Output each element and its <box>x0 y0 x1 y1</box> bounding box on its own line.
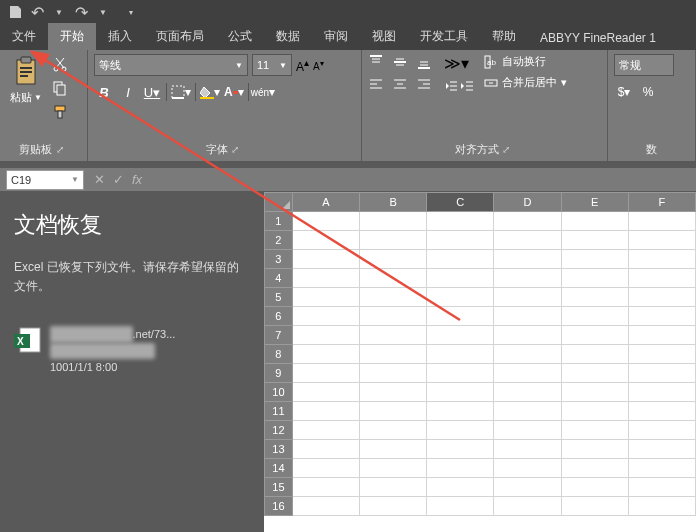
cell[interactable] <box>360 497 427 516</box>
row-header[interactable]: 6 <box>264 307 293 326</box>
cell[interactable] <box>562 269 629 288</box>
font-size-combo[interactable]: 11▼ <box>252 54 292 76</box>
cell[interactable] <box>360 326 427 345</box>
row-header[interactable]: 7 <box>264 326 293 345</box>
cell[interactable] <box>629 364 696 383</box>
cell[interactable] <box>629 345 696 364</box>
orientation-icon[interactable]: ≫▾ <box>444 54 474 73</box>
align-right-icon[interactable] <box>416 76 438 96</box>
select-all-corner[interactable] <box>264 192 293 212</box>
cell[interactable] <box>629 269 696 288</box>
cell[interactable] <box>360 440 427 459</box>
recovered-document-item[interactable]: X xxxxxxxxxxxxxxx.net/73... xxxxxxxxxxxx… <box>14 326 250 376</box>
merge-center-button[interactable]: 合并后居中 ▾ <box>484 75 567 90</box>
row-header[interactable]: 5 <box>264 288 293 307</box>
cell[interactable] <box>293 497 360 516</box>
cell[interactable] <box>562 250 629 269</box>
cell[interactable] <box>293 250 360 269</box>
row-header[interactable]: 3 <box>264 250 293 269</box>
bold-button[interactable]: B <box>94 82 114 102</box>
row-header[interactable]: 11 <box>264 402 293 421</box>
copy-icon[interactable] <box>50 78 70 98</box>
cell[interactable] <box>562 231 629 250</box>
underline-button[interactable]: U▾ <box>142 82 162 102</box>
cell[interactable] <box>360 345 427 364</box>
cell[interactable] <box>629 421 696 440</box>
dialog-launcher-icon[interactable]: ⤢ <box>56 144 64 155</box>
fill-color-button[interactable]: ▾ <box>200 82 220 102</box>
cell[interactable] <box>494 440 561 459</box>
cell[interactable] <box>562 364 629 383</box>
col-header[interactable]: A <box>293 192 360 212</box>
cell[interactable] <box>360 288 427 307</box>
paste-button[interactable]: 粘贴▼ <box>6 54 46 107</box>
cell[interactable] <box>360 459 427 478</box>
row-header[interactable]: 1 <box>264 212 293 231</box>
cut-icon[interactable] <box>50 54 70 74</box>
col-header[interactable]: E <box>562 192 629 212</box>
name-box[interactable]: C19▼ <box>6 170 84 190</box>
align-middle-icon[interactable] <box>392 54 414 74</box>
align-left-icon[interactable] <box>368 76 390 96</box>
row-header[interactable]: 9 <box>264 364 293 383</box>
font-name-combo[interactable]: 等线▼ <box>94 54 248 76</box>
cell[interactable] <box>629 497 696 516</box>
cell[interactable] <box>562 307 629 326</box>
cell[interactable] <box>494 421 561 440</box>
percent-icon[interactable]: % <box>638 82 658 102</box>
italic-button[interactable]: I <box>118 82 138 102</box>
cell[interactable] <box>427 478 494 497</box>
cell[interactable] <box>293 212 360 231</box>
cell[interactable] <box>427 345 494 364</box>
spreadsheet-grid[interactable]: ABCDEF 12345678910111213141516 <box>264 192 696 532</box>
tab-view[interactable]: 视图 <box>360 23 408 50</box>
row-header[interactable]: 8 <box>264 345 293 364</box>
cell[interactable] <box>360 364 427 383</box>
cell[interactable] <box>427 231 494 250</box>
cell[interactable] <box>427 440 494 459</box>
cell[interactable] <box>427 269 494 288</box>
cell[interactable] <box>629 307 696 326</box>
font-color-button[interactable]: A▾ <box>224 82 244 102</box>
cell[interactable] <box>562 459 629 478</box>
row-header[interactable]: 16 <box>264 497 293 516</box>
cell[interactable] <box>293 459 360 478</box>
align-top-icon[interactable] <box>368 54 390 74</box>
chevron-down-icon[interactable]: ▼ <box>50 3 68 21</box>
cell[interactable] <box>293 345 360 364</box>
tab-insert[interactable]: 插入 <box>96 23 144 50</box>
col-header[interactable]: B <box>360 192 427 212</box>
cell[interactable] <box>494 345 561 364</box>
cell[interactable] <box>494 478 561 497</box>
tab-file[interactable]: 文件 <box>0 23 48 50</box>
cell[interactable] <box>427 364 494 383</box>
cell[interactable] <box>494 269 561 288</box>
cell[interactable] <box>494 231 561 250</box>
currency-icon[interactable]: $▾ <box>614 82 634 102</box>
row-header[interactable]: 15 <box>264 478 293 497</box>
format-painter-icon[interactable] <box>50 102 70 122</box>
redo-icon[interactable]: ↷ <box>72 3 90 21</box>
cell[interactable] <box>293 288 360 307</box>
chevron-down-icon[interactable]: ▼ <box>94 3 112 21</box>
col-header[interactable]: F <box>629 192 696 212</box>
cell[interactable] <box>293 421 360 440</box>
col-header[interactable]: D <box>494 192 561 212</box>
cell[interactable] <box>293 478 360 497</box>
cell[interactable] <box>427 459 494 478</box>
cell[interactable] <box>427 497 494 516</box>
cell[interactable] <box>629 212 696 231</box>
cell[interactable] <box>494 383 561 402</box>
cell[interactable] <box>293 440 360 459</box>
cell[interactable] <box>562 383 629 402</box>
wrap-text-button[interactable]: ab自动换行 <box>484 54 567 69</box>
tab-formulas[interactable]: 公式 <box>216 23 264 50</box>
increase-font-icon[interactable]: A▴ <box>296 57 309 74</box>
fx-icon[interactable]: fx <box>132 172 142 187</box>
cell[interactable] <box>427 326 494 345</box>
qat-customize-icon[interactable]: ▾ <box>122 3 140 21</box>
increase-indent-icon[interactable] <box>460 79 474 97</box>
row-header[interactable]: 12 <box>264 421 293 440</box>
cell[interactable] <box>629 383 696 402</box>
dialog-launcher-icon[interactable]: ⤢ <box>231 144 239 155</box>
